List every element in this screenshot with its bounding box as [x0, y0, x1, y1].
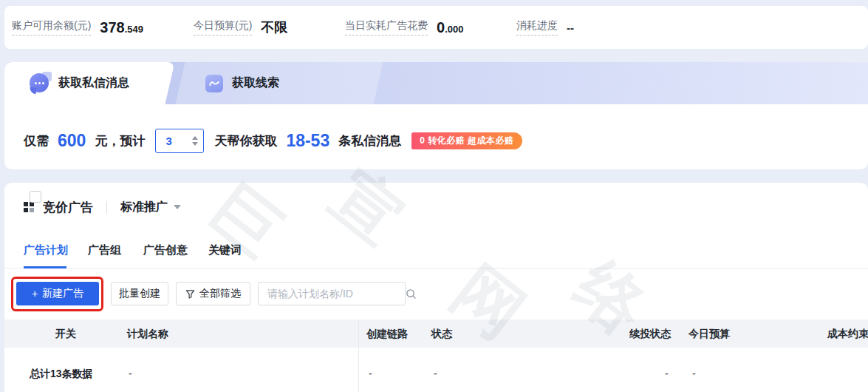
bidding-ads-card: 竞价广告 标准推广 广告计划 广告组 广告创意 关键词 + 新建广告 批量创建 … [4, 183, 868, 392]
ad-level-tabs: 广告计划 广告组 广告创意 关键词 [4, 236, 868, 268]
plan-search-box[interactable] [258, 282, 406, 305]
column-switch: 开关 [55, 328, 76, 341]
pitch-suffix: 条私信消息 [338, 132, 401, 149]
tab-ad-group[interactable]: 广告组 [88, 243, 121, 257]
daily-budget-value: 不限 [261, 18, 287, 36]
section-title-row: 竞价广告 标准推广 [24, 196, 181, 218]
guarantee-badge: 0 转化必赔 超成本必赔 [411, 132, 522, 149]
tab-get-private-messages-label: 获取私信消息 [58, 75, 129, 91]
batch-create-label: 批量创建 [119, 287, 160, 300]
summary-total-label: 总计13条数据 [30, 368, 93, 381]
filter-all-button[interactable]: 全部筛选 [176, 282, 250, 305]
table-column-divider [358, 320, 359, 392]
section-title: 竞价广告 [43, 199, 93, 216]
product-tabbar: 获取私信消息 获取线索 [4, 62, 868, 104]
tab-get-private-messages[interactable]: 获取私信消息 [30, 62, 129, 104]
tab-ad-plan[interactable]: 广告计划 [24, 243, 68, 257]
tab-get-leads[interactable]: 获取线索 [205, 62, 279, 104]
summary-creation-link-value: - [369, 368, 372, 379]
batch-create-button[interactable]: 批量创建 [111, 282, 168, 305]
filter-all-label: 全部筛选 [199, 287, 241, 300]
column-renewal-status: 续投状态 [629, 328, 671, 341]
consumption-progress-label: 消耗进度 [516, 19, 558, 36]
summary-status-value: - [434, 368, 437, 379]
account-stats-bar: 账户可用余额(元) 378.549 今日预算(元) 不限 当日实耗广告花费 0.… [4, 6, 868, 49]
plan-search-input[interactable] [259, 288, 406, 300]
summary-today-budget-value: - [692, 368, 696, 379]
grid-icon [24, 202, 34, 212]
search-icon[interactable] [406, 288, 417, 300]
column-cost-constraint: 成本约束( [827, 328, 868, 341]
active-tab-underline [24, 266, 66, 268]
summary-plan-name-value: - [129, 368, 132, 379]
annotation-highlight-box [11, 277, 103, 311]
promo-card: 获取私信消息 获取线索 仅需 600 元，预计 天帮你获取 18-53 条私信消… [4, 62, 868, 169]
pitch-range: 18-53 [284, 131, 331, 151]
column-plan-name: 计划名称 [127, 328, 168, 341]
days-stepper[interactable] [155, 129, 204, 153]
pitch-prefix: 仅需 [24, 132, 49, 149]
stat-daily-budget: 今日预算(元) 不限 [194, 6, 287, 49]
chevron-down-icon [174, 205, 181, 209]
tab-keywords[interactable]: 关键词 [208, 243, 242, 257]
spend-today-label: 当日实耗广告花费 [345, 19, 428, 36]
stepper-arrows-icon[interactable] [192, 129, 198, 152]
title-divider [106, 201, 107, 213]
pitch-after-days: 天帮你获取 [214, 132, 277, 149]
chat-bubble-icon [30, 73, 49, 93]
stat-spend-today: 当日实耗广告花费 0.000 [345, 6, 463, 49]
stat-balance: 账户可用余额(元) 378.549 [12, 6, 143, 49]
funnel-icon [185, 289, 195, 299]
lead-wave-icon [205, 75, 223, 92]
select-all-checkbox[interactable] [30, 191, 41, 203]
tab-get-leads-label: 获取线索 [232, 75, 279, 91]
summary-renewal-status-value: - [665, 368, 669, 379]
promotion-type-dropdown[interactable]: 标准推广 [120, 200, 181, 215]
spend-today-value: 0.000 [437, 19, 463, 36]
column-today-budget: 今日预算 [688, 328, 730, 341]
pricing-pitch: 仅需 600 元，预计 天帮你获取 18-53 条私信消息 0 转化必赔 超成本… [24, 126, 522, 155]
balance-label: 账户可用余额(元) [12, 19, 91, 36]
consumption-progress-value: -- [567, 21, 574, 34]
days-input[interactable] [156, 129, 187, 152]
column-creation-link: 创建链路 [366, 328, 408, 341]
tab-ad-creative[interactable]: 广告创意 [143, 243, 188, 257]
stat-consumption-progress: 消耗进度 -- [516, 6, 574, 49]
balance-value: 378.549 [100, 19, 143, 36]
daily-budget-label: 今日预算(元) [194, 19, 252, 36]
promotion-type-label: 标准推广 [120, 200, 168, 215]
column-status: 状态 [431, 328, 452, 341]
pitch-amount: 600 [56, 131, 87, 151]
pitch-after-amount: 元，预计 [95, 132, 145, 149]
